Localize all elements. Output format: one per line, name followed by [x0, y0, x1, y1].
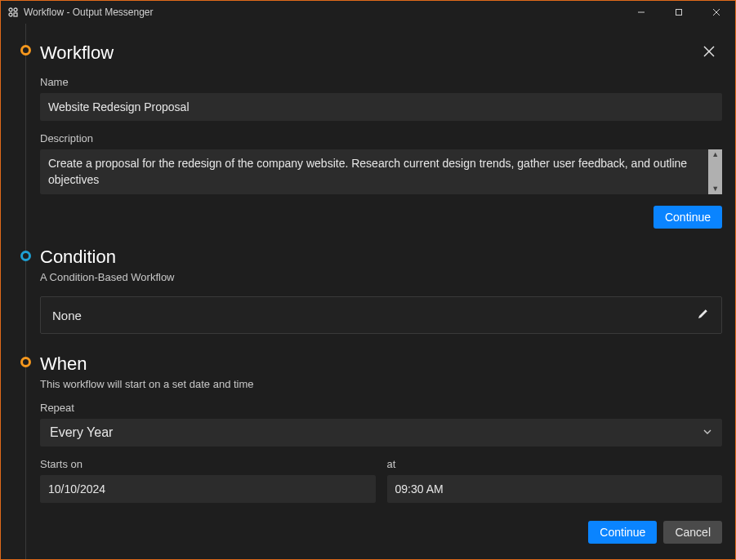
- workflow-node-icon: [20, 45, 31, 56]
- workflow-continue-button[interactable]: Continue: [653, 206, 722, 229]
- description-textarea[interactable]: [40, 149, 708, 194]
- at-input[interactable]: [387, 475, 723, 503]
- svg-point-2: [9, 13, 12, 16]
- condition-heading: Condition: [40, 247, 722, 268]
- scroll-up-icon[interactable]: ▲: [711, 151, 719, 158]
- repeat-label: Repeat: [40, 402, 722, 414]
- window-close-button[interactable]: [698, 1, 735, 24]
- scroll-down-icon[interactable]: ▼: [711, 185, 719, 193]
- svg-point-0: [9, 8, 12, 11]
- when-sublabel: This workflow will start on a set date a…: [40, 378, 722, 390]
- condition-value: None: [52, 309, 82, 322]
- edit-icon[interactable]: [697, 307, 710, 323]
- name-label: Name: [40, 76, 722, 88]
- svg-rect-5: [676, 10, 682, 16]
- at-label: at: [387, 458, 723, 470]
- when-node-icon: [20, 357, 31, 367]
- cancel-button[interactable]: Cancel: [663, 521, 722, 544]
- window-title: Workflow - Output Messenger: [24, 7, 154, 18]
- svg-point-1: [14, 8, 17, 11]
- description-label: Description: [40, 132, 722, 144]
- name-input[interactable]: [40, 93, 722, 121]
- titlebar: Workflow - Output Messenger: [1, 1, 735, 24]
- condition-sublabel: A Condition-Based Workflow: [40, 271, 722, 283]
- timeline-line: [25, 24, 26, 559]
- svg-rect-3: [14, 13, 17, 16]
- when-heading: When: [40, 353, 722, 375]
- app-icon: [7, 7, 19, 18]
- condition-box[interactable]: None: [40, 296, 722, 334]
- close-icon[interactable]: [699, 42, 719, 64]
- workflow-heading: Workflow: [40, 42, 114, 64]
- window-maximize-button[interactable]: [660, 1, 698, 24]
- window-minimize-button[interactable]: [622, 1, 660, 24]
- condition-node-icon: [20, 251, 31, 261]
- textarea-scrollbar[interactable]: ▲ ▼: [708, 149, 722, 194]
- when-continue-button[interactable]: Continue: [588, 521, 657, 544]
- starts-on-input[interactable]: [40, 475, 376, 503]
- repeat-select[interactable]: Every Year: [40, 419, 722, 447]
- repeat-value: Every Year: [50, 425, 113, 440]
- starts-on-label: Starts on: [40, 458, 376, 470]
- chevron-down-icon: [703, 425, 712, 440]
